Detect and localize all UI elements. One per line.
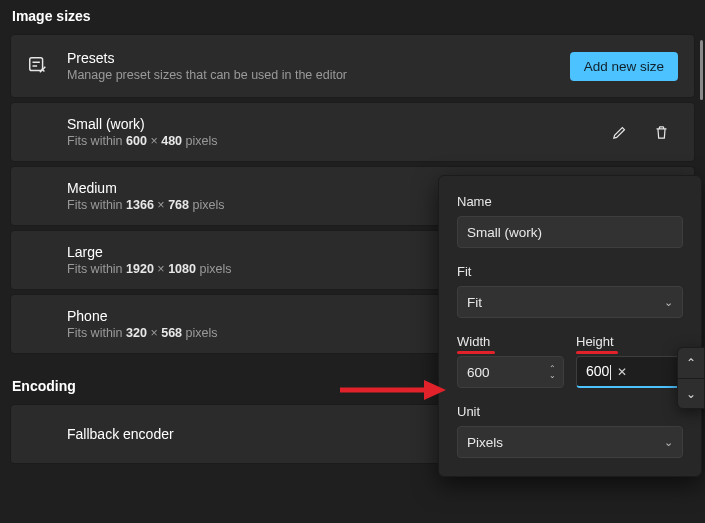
fit-label: Fit [457,264,683,279]
svg-rect-0 [30,57,43,70]
presets-icon [27,54,49,79]
width-input[interactable]: 600 ⌃ ⌄ [457,356,564,388]
chevron-down-icon: ⌄ [664,436,673,449]
chevron-up-icon: ⌃ [686,356,696,370]
fit-select[interactable]: Fit ⌄ [457,286,683,318]
presets-card: Presets Manage preset sizes that can be … [10,34,695,98]
spinner-handles[interactable]: ⌃ ⌄ [545,365,559,379]
edit-button[interactable] [602,115,636,149]
width-value: 600 [467,365,545,380]
nav-down-button[interactable]: ⌄ [678,378,704,408]
fit-value: Fit [467,295,482,310]
unit-select[interactable]: Pixels ⌄ [457,426,683,458]
section-heading-image-sizes: Image sizes [12,8,695,24]
size-name: Small (work) [67,116,602,132]
add-new-size-button[interactable]: Add new size [570,52,678,81]
unit-label: Unit [457,404,683,419]
size-desc: Fits within 600 × 480 pixels [67,134,602,148]
clear-icon[interactable]: ✕ [611,361,633,383]
width-label: Width [457,334,564,349]
size-row-small[interactable]: Small (work) Fits within 600 × 480 pixel… [10,102,695,162]
unit-value: Pixels [467,435,503,450]
nav-pill: ⌃ ⌄ [677,347,705,409]
presets-subtitle: Manage preset sizes that can be used in … [67,68,570,82]
chevron-down-icon: ⌄ [686,387,696,401]
scrollbar[interactable] [700,40,703,100]
height-value: 600 [586,363,611,380]
presets-title: Presets [67,50,570,66]
height-label: Height [576,334,683,349]
name-input[interactable] [457,216,683,248]
height-input[interactable]: 600 ✕ [576,356,683,388]
delete-button[interactable] [644,115,678,149]
nav-up-button[interactable]: ⌃ [678,348,704,378]
chevron-down-icon: ⌄ [549,372,556,379]
edit-size-popup: Name Fit Fit ⌄ Width 600 ⌃ ⌄ Height [438,175,702,477]
name-label: Name [457,194,683,209]
chevron-down-icon: ⌄ [664,296,673,309]
